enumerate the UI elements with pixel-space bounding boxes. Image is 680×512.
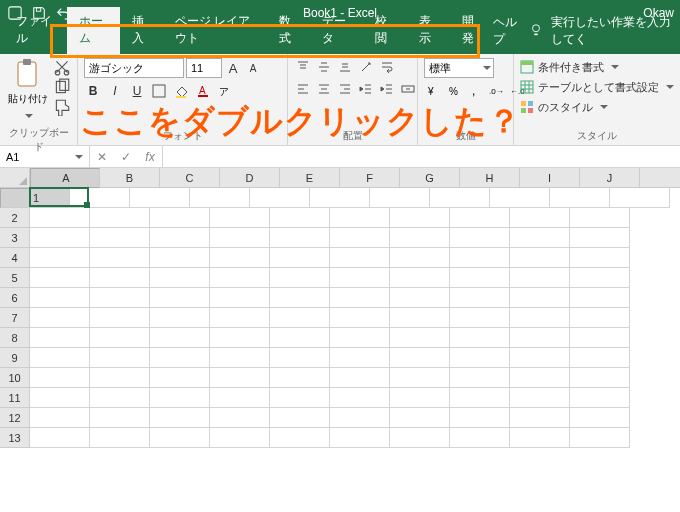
cell[interactable] (210, 308, 270, 328)
cell[interactable] (150, 208, 210, 228)
cell[interactable] (570, 248, 630, 268)
tab-data[interactable]: データ (310, 7, 363, 54)
bold-button[interactable]: B (84, 82, 102, 100)
cell[interactable] (270, 288, 330, 308)
column-header[interactable]: B (100, 168, 160, 187)
cell[interactable] (70, 188, 130, 208)
column-header[interactable]: J (580, 168, 640, 187)
font-size-select[interactable] (186, 58, 222, 78)
cell[interactable] (570, 268, 630, 288)
percent-icon[interactable]: % (445, 82, 463, 100)
paste-dropdown-icon[interactable] (22, 106, 33, 124)
cell[interactable] (30, 368, 90, 388)
cell[interactable] (270, 408, 330, 428)
enter-formula-icon[interactable]: ✓ (114, 150, 138, 164)
cell[interactable] (330, 428, 390, 448)
align-top-icon[interactable] (294, 58, 312, 76)
cell[interactable] (570, 368, 630, 388)
increase-indent-icon[interactable] (378, 80, 396, 98)
align-middle-icon[interactable] (315, 58, 333, 76)
cell[interactable] (30, 408, 90, 428)
tab-insert[interactable]: 挿入 (120, 7, 163, 54)
cell[interactable] (210, 288, 270, 308)
cell[interactable] (390, 368, 450, 388)
tab-home[interactable]: ホーム (67, 7, 120, 54)
cell[interactable] (30, 428, 90, 448)
cell[interactable] (330, 288, 390, 308)
fill-color-icon[interactable] (172, 82, 190, 100)
orientation-icon[interactable] (357, 58, 375, 76)
column-header[interactable]: H (460, 168, 520, 187)
cell[interactable] (30, 328, 90, 348)
column-header[interactable]: D (220, 168, 280, 187)
cell[interactable] (510, 428, 570, 448)
cell[interactable] (450, 388, 510, 408)
cell[interactable] (90, 268, 150, 288)
cell[interactable] (510, 348, 570, 368)
cell[interactable] (270, 368, 330, 388)
cell[interactable] (90, 208, 150, 228)
cell[interactable] (390, 348, 450, 368)
cell[interactable] (150, 248, 210, 268)
cell[interactable] (390, 328, 450, 348)
cell[interactable] (510, 308, 570, 328)
column-header[interactable]: G (400, 168, 460, 187)
cell[interactable] (90, 368, 150, 388)
cancel-formula-icon[interactable]: ✕ (90, 150, 114, 164)
cell[interactable] (450, 328, 510, 348)
cell[interactable] (450, 428, 510, 448)
cell[interactable] (390, 308, 450, 328)
cell[interactable] (450, 408, 510, 428)
cell[interactable] (330, 228, 390, 248)
comma-icon[interactable]: , (466, 82, 484, 100)
fx-icon[interactable]: fx (138, 150, 162, 164)
row-header[interactable]: 7 (0, 308, 30, 328)
row-header[interactable]: 4 (0, 248, 30, 268)
cell[interactable] (510, 388, 570, 408)
cell[interactable] (90, 288, 150, 308)
cell[interactable] (390, 248, 450, 268)
border-icon[interactable] (150, 82, 168, 100)
cell[interactable] (90, 328, 150, 348)
cell[interactable] (330, 368, 390, 388)
cell[interactable] (30, 288, 90, 308)
cell[interactable] (450, 348, 510, 368)
tab-file[interactable]: ファイル (4, 7, 67, 54)
cut-icon[interactable] (53, 58, 71, 76)
cell[interactable] (250, 188, 310, 208)
cell[interactable] (610, 188, 670, 208)
cell[interactable] (210, 228, 270, 248)
cell[interactable] (270, 428, 330, 448)
cell[interactable] (450, 368, 510, 388)
italic-button[interactable]: I (106, 82, 124, 100)
cell[interactable] (270, 348, 330, 368)
row-header[interactable]: 3 (0, 228, 30, 248)
cell[interactable] (570, 228, 630, 248)
cell[interactable] (330, 388, 390, 408)
cell[interactable] (450, 288, 510, 308)
decrease-font-icon[interactable]: A (244, 59, 262, 77)
cell[interactable] (210, 328, 270, 348)
merge-icon[interactable] (399, 80, 417, 98)
cell[interactable] (270, 268, 330, 288)
cell[interactable] (330, 208, 390, 228)
column-header[interactable]: E (280, 168, 340, 187)
row-header[interactable]: 13 (0, 428, 30, 448)
cell[interactable] (210, 248, 270, 268)
cell[interactable] (30, 228, 90, 248)
cell-styles-button[interactable]: のスタイル (520, 98, 608, 116)
cell[interactable] (150, 368, 210, 388)
column-header[interactable]: I (520, 168, 580, 187)
cell[interactable] (390, 228, 450, 248)
cell[interactable] (450, 248, 510, 268)
format-as-table-button[interactable]: テーブルとして書式設定 (520, 78, 674, 96)
cell[interactable] (390, 388, 450, 408)
row-header[interactable]: 8 (0, 328, 30, 348)
tell-me-input[interactable]: 実行したい作業を入力してく (551, 14, 672, 48)
cell[interactable] (390, 288, 450, 308)
cell[interactable] (90, 228, 150, 248)
cell[interactable] (570, 428, 630, 448)
cell[interactable] (210, 348, 270, 368)
cell[interactable] (450, 308, 510, 328)
cell[interactable] (150, 408, 210, 428)
